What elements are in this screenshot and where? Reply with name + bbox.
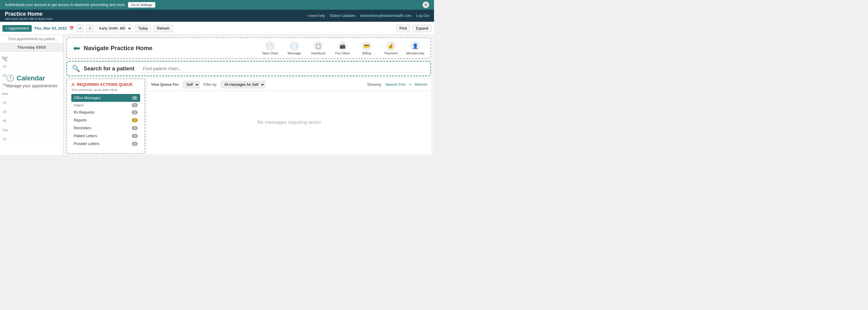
- nav-icon-billing[interactable]: 💳 Billing: [358, 41, 376, 55]
- payment-label: Payment: [384, 51, 398, 55]
- message-label: Message: [287, 51, 301, 55]
- date-label: Thu, Mar 03, 2022: [34, 26, 67, 31]
- add-appointment-button[interactable]: + Appointment: [2, 25, 32, 32]
- urgent-label: Urgent: [74, 103, 84, 107]
- nav-icon-handouts[interactable]: 📋 Handouts: [309, 41, 328, 55]
- message-toolbar: View Queue For: Self Filter by: All mess…: [147, 79, 431, 91]
- time-slot-515: :15: [0, 62, 63, 71]
- log-out-link[interactable]: Log Out: [416, 13, 429, 18]
- patient-letters-label: Patient Letters: [74, 134, 97, 138]
- nav-icon-membership[interactable]: 👤 Membership: [406, 41, 424, 55]
- top-banner: Authenticate your account to get access …: [0, 0, 434, 10]
- clock-icon: 🕐: [6, 74, 14, 82]
- fax-inbox-label: Fax Inbox: [335, 51, 350, 55]
- nav-icon-fax-inbox[interactable]: 📠 Fax Inbox: [334, 41, 351, 55]
- filter-select[interactable]: All messages for Self: [221, 81, 265, 88]
- help-label[interactable]: I need help: [307, 13, 325, 18]
- handouts-icon: 📋: [313, 41, 323, 51]
- queue-item-patient-letters[interactable]: Patient Letters 0: [71, 132, 140, 140]
- calendar-icon: 📅: [69, 26, 74, 31]
- practice-subtitle: click each section title to learn more: [5, 17, 53, 21]
- print-button[interactable]: Print: [396, 25, 410, 32]
- message-body: No messages requiring action: [147, 91, 431, 154]
- calendar-description: Manage your appointments: [6, 83, 57, 88]
- practice-home-section: Practice Home click each section title t…: [5, 11, 53, 21]
- reminders-label: Reminders: [74, 126, 91, 130]
- office-messages-badge: 0: [132, 96, 138, 100]
- calendar-day-header: Thursday 03/03: [0, 43, 63, 52]
- new-chart-icon: 📄: [265, 41, 275, 51]
- calendar-body: 5am :15 :30 :45 6am :15 :30 :45 7am :15: [0, 52, 63, 155]
- queue-item-urgent[interactable]: Urgent 0: [71, 102, 140, 108]
- navigate-home-title: Navigate Practice Home: [84, 45, 153, 52]
- requiring-actions-subtitle: Your personal, up-to-date inbox: [71, 88, 140, 92]
- search-appointments-icon: 🔍: [2, 57, 7, 61]
- queue-item-provider-letters[interactable]: Provider Letters 0: [71, 140, 140, 148]
- reports-badge: 2: [132, 118, 138, 122]
- newest-first-button[interactable]: Newest First: [385, 83, 406, 87]
- banner-left: Authenticate your account to get access …: [5, 2, 155, 7]
- queue-item-rx-requests[interactable]: Rx Requests 0: [71, 108, 140, 116]
- membership-icon: 👤: [410, 41, 420, 51]
- header-bar: Practice Home click each section title t…: [0, 10, 434, 22]
- nav-icon-payment[interactable]: 💰 Payment: [382, 41, 400, 55]
- requiring-actions-overlay: ⚠ REQUIRING ACTIONS QUEUE Your personal,…: [66, 79, 145, 154]
- calendar-label-text: Calendar: [17, 74, 45, 82]
- requiring-actions-title: ⚠ REQUIRING ACTIONS QUEUE: [71, 82, 140, 87]
- filter-label: Filter by:: [203, 83, 217, 87]
- refresh-button[interactable]: Refresh: [153, 25, 173, 32]
- no-messages-text: No messages requiring action: [257, 120, 321, 125]
- nav-icons-row: 📄 New Chart ✉️ Message 📋 Handouts 📠 Fax …: [156, 41, 424, 55]
- calendar-icon-label: 🕐 Calendar: [6, 74, 45, 82]
- billing-label: Billing: [363, 51, 371, 55]
- warning-icon: ⚠: [71, 82, 75, 87]
- message-main-panel: View Queue For: Self Filter by: All mess…: [147, 79, 431, 154]
- search-patient-icon: 🔍: [72, 65, 80, 72]
- queue-item-reminders[interactable]: Reminders 0: [71, 124, 140, 132]
- navigate-home-arrow-icon: ⬅: [73, 43, 80, 53]
- navigate-practice-home-overlay: ⬅ Navigate Practice Home 📄 New Chart ✉️ …: [66, 37, 431, 59]
- doctor-select[interactable]: Karly Smith, MD: [96, 25, 132, 32]
- go-to-settings-button[interactable]: Go to Settings: [128, 2, 155, 7]
- practice-home-title[interactable]: Practice Home: [5, 11, 53, 17]
- banner-close-button[interactable]: ✕: [423, 1, 429, 8]
- nav-icon-message[interactable]: ✉️ Message: [285, 41, 303, 55]
- reports-label: Reports: [74, 118, 86, 122]
- search-patient-title: Search for a patient: [84, 66, 134, 72]
- time-slot-715: :15: [0, 134, 63, 144]
- time-slot-615: :15: [0, 98, 63, 107]
- prev-date-button[interactable]: <: [76, 25, 84, 32]
- view-queue-label: View Queue For:: [151, 83, 179, 87]
- handouts-label: Handouts: [311, 51, 326, 55]
- rx-requests-label: Rx Requests: [74, 110, 95, 115]
- rx-requests-badge: 0: [132, 110, 138, 115]
- queue-item-reports[interactable]: Reports 2: [71, 116, 140, 124]
- user-email-link[interactable]: doctordemo@elationhealth.com: [360, 13, 412, 18]
- payment-icon: 💰: [386, 41, 396, 51]
- calendar-icon-section: 🕐 Calendar Manage your appointments: [6, 74, 57, 88]
- banner-message: Authenticate your account to get access …: [5, 3, 126, 7]
- membership-label: Membership: [406, 51, 424, 55]
- patient-letters-badge: 0: [132, 134, 138, 138]
- reminders-badge: 0: [132, 126, 138, 130]
- provider-letters-label: Provider Letters: [74, 142, 99, 146]
- provider-letters-badge: 0: [132, 142, 138, 146]
- new-chart-label: New Chart: [262, 51, 278, 55]
- expand-button[interactable]: Expand: [412, 25, 432, 32]
- message-icon: ✉️: [289, 41, 299, 51]
- nav-icon-new-chart[interactable]: 📄 New Chart: [261, 41, 279, 55]
- message-refresh-button[interactable]: Refresh: [415, 83, 427, 87]
- header-right: I need help Elation Updates doctordemo@e…: [307, 13, 429, 18]
- elation-updates-link[interactable]: Elation Updates: [330, 13, 355, 18]
- toolbar-row: + Appointment Thu, Mar 03, 2022 📅 < > Ka…: [0, 22, 434, 35]
- today-button[interactable]: Today: [135, 25, 151, 32]
- showing-label: Showing:: [367, 83, 382, 87]
- search-patient-overlay: 🔍 Search for a patient: [66, 61, 431, 76]
- next-date-button[interactable]: >: [86, 25, 93, 32]
- queue-select[interactable]: Self: [183, 81, 199, 88]
- urgent-badge: 0: [132, 103, 138, 107]
- search-appointments-input[interactable]: [0, 35, 63, 43]
- find-patient-input[interactable]: [141, 65, 426, 72]
- queue-item-office-messages[interactable]: Office Messages 0: [71, 94, 140, 102]
- time-slot-7am: 7am: [0, 125, 63, 134]
